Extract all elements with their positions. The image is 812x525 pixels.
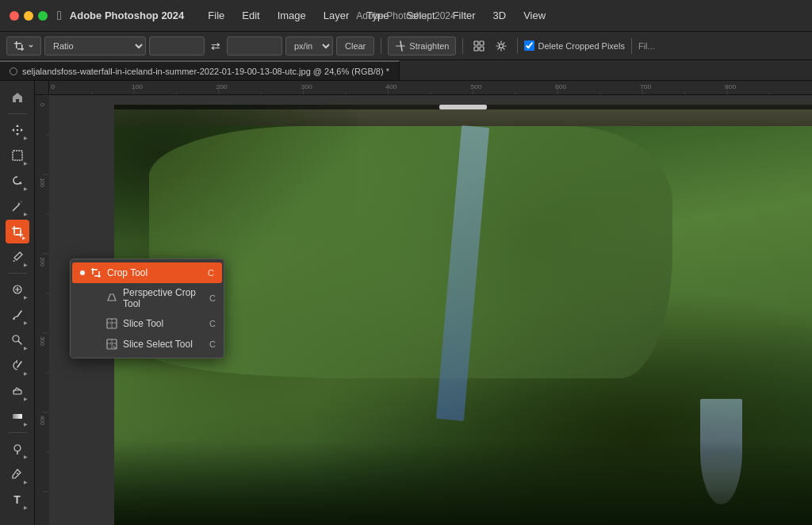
tool-eraser[interactable]: ▶ — [6, 379, 29, 403]
crop-tool-icon-btn[interactable] — [6, 36, 41, 56]
straighten-icon — [395, 40, 406, 52]
svg-rect-7 — [480, 41, 484, 45]
menu-view[interactable]: View — [515, 6, 553, 25]
width-input[interactable] — [149, 36, 205, 56]
delete-cropped-checkbox[interactable] — [524, 40, 534, 51]
title-bar:  Adobe Photoshop 2024 File Edit Image L… — [0, 0, 812, 32]
maximize-button[interactable] — [38, 11, 48, 21]
tool-marquee[interactable]: ▶ — [6, 144, 29, 167]
canvas-area[interactable]: 0 100 200 300 400 500 600 700 800 — [35, 81, 812, 525]
svg-text:0: 0 — [51, 83, 55, 90]
crop-overlay-top — [114, 105, 812, 109]
ruler-horizontal: 0 100 200 300 400 500 600 700 800 — [35, 81, 812, 95]
svg-rect-1 — [14, 43, 21, 44]
delete-cropped-label[interactable]: Delete Cropped Pixels — [524, 40, 624, 51]
doc-tab-bar: seljalandsfoss-waterfall-in-iceland-in-s… — [0, 60, 812, 81]
lasso-tool-arrow: ▶ — [24, 186, 28, 191]
hills — [149, 126, 672, 378]
options-bar: Ratio W x H x Resolution Original Ratio … — [0, 32, 812, 60]
tool-history-brush[interactable]: ▶ — [6, 354, 29, 377]
window-title: Adobe Photoshop 2024 — [356, 10, 455, 21]
ctx-perspective-crop-shortcut: C — [209, 293, 216, 303]
svg-text:300: 300 — [40, 336, 45, 346]
move-icon — [11, 124, 24, 136]
pen-tool-arrow: ▶ — [24, 479, 28, 485]
tool-move[interactable]: ▶ — [6, 118, 29, 142]
straighten-label: Straighten — [409, 41, 449, 51]
svg-rect-55 — [35, 95, 49, 525]
eyedropper-tool-arrow: ▶ — [24, 262, 28, 267]
tool-lasso[interactable]: ▶ — [6, 169, 29, 193]
healing-tool-arrow: ▶ — [24, 294, 28, 300]
doc-tab-title: seljalandsfoss-waterfall-in-iceland-in-s… — [22, 67, 389, 76]
svg-text:200: 200 — [40, 257, 45, 266]
svg-line-5 — [400, 41, 402, 51]
ctx-crop-tool-shortcut: C — [208, 268, 214, 278]
ctx-perspective-crop-tool[interactable]: Perspective Crop Tool C — [71, 283, 224, 313]
tool-healing[interactable]: ▶ — [6, 278, 29, 301]
eraser-icon — [11, 385, 24, 397]
ctx-slice-tool[interactable]: Slice Tool C — [71, 313, 224, 334]
svg-rect-23 — [13, 414, 22, 419]
ctx-slice-select-label: Slice Select Tool — [123, 339, 205, 350]
magic-wand-icon — [11, 200, 24, 213]
svg-rect-17 — [14, 228, 21, 235]
lasso-icon — [11, 174, 24, 187]
tool-home[interactable] — [6, 86, 29, 109]
doc-tab[interactable]: seljalandsfoss-waterfall-in-iceland-in-s… — [0, 60, 400, 80]
tool-type[interactable]: T ▶ — [6, 488, 29, 512]
ctx-slice-select-shortcut: C — [209, 339, 216, 349]
svg-rect-9 — [480, 47, 484, 51]
menu-file[interactable]: File — [200, 6, 232, 25]
tool-brush[interactable]: ▶ — [6, 303, 29, 327]
tool-crop[interactable]: ▶ — [6, 220, 29, 243]
close-button[interactable] — [10, 11, 19, 21]
tool-eyedropper[interactable]: ▶ — [6, 245, 29, 269]
unit-select[interactable]: px/in — [285, 36, 333, 56]
main-area: ▶ ▶ ▶ ▶ — [0, 81, 812, 525]
svg-text:400: 400 — [40, 416, 45, 425]
menu-image[interactable]: Image — [270, 6, 314, 25]
tool-magic-wand[interactable]: ▶ — [6, 194, 29, 218]
grid-icon-btn[interactable] — [469, 36, 488, 56]
svg-text:100: 100 — [132, 83, 144, 90]
history-brush-tool-arrow: ▶ — [24, 370, 28, 376]
swap-button[interactable]: ⇄ — [208, 40, 224, 52]
crop-tool-arrow: ▶ — [22, 235, 26, 240]
straighten-button[interactable]: Straighten — [388, 36, 456, 56]
height-input[interactable] — [227, 36, 282, 56]
ctx-crop-tool[interactable]: Crop Tool C — [72, 262, 222, 283]
minimize-button[interactable] — [24, 11, 33, 21]
marquee-icon — [11, 149, 24, 162]
svg-point-10 — [500, 44, 504, 48]
menu-layer[interactable]: Layer — [316, 6, 358, 25]
clone-tool-arrow: ▶ — [24, 345, 28, 351]
menu-3d[interactable]: 3D — [485, 6, 515, 25]
history-brush-icon — [11, 359, 24, 372]
dodge-icon — [11, 443, 24, 455]
svg-text:0: 0 — [40, 103, 45, 106]
brush-icon — [11, 308, 24, 321]
svg-point-24 — [14, 445, 21, 451]
ctx-slice-tool-label: Slice Tool — [123, 318, 205, 329]
ctx-slice-select-tool[interactable]: Slice Select Tool C — [71, 334, 224, 354]
separator-3 — [517, 38, 518, 54]
svg-text:300: 300 — [301, 83, 312, 90]
settings-icon-btn[interactable] — [492, 36, 511, 56]
tool-pen[interactable]: ▶ — [6, 462, 29, 486]
tool-gradient[interactable]: ▶ — [6, 404, 29, 428]
dodge-tool-arrow: ▶ — [24, 454, 28, 459]
tool-clone[interactable]: ▶ — [6, 328, 29, 352]
tool-dodge[interactable]: ▶ — [6, 437, 29, 461]
clone-icon — [11, 334, 24, 347]
eyedropper-icon — [11, 251, 24, 263]
crop-handle-top-center[interactable] — [439, 105, 487, 109]
ratio-select[interactable]: Ratio W x H x Resolution Original Ratio — [44, 36, 146, 56]
healing-icon — [11, 283, 24, 296]
left-toolbar: ▶ ▶ ▶ ▶ — [0, 81, 35, 525]
menu-edit[interactable]: Edit — [234, 6, 267, 25]
gradient-icon — [11, 410, 24, 423]
clear-button[interactable]: Clear — [336, 36, 374, 56]
ruler-vertical: 0 100 200 300 400 — [35, 95, 49, 525]
svg-text:600: 600 — [555, 83, 567, 90]
